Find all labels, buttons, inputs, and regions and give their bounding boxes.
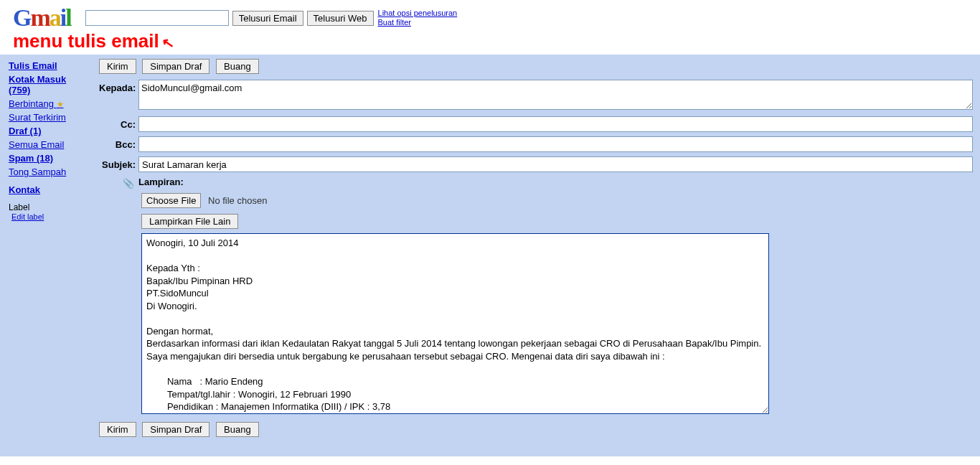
to-input[interactable] <box>138 80 973 110</box>
arrow-icon: ↖ <box>161 33 176 52</box>
cc-label: Cc: <box>99 116 138 130</box>
compose-panel: Kirim Simpan Draf Buang Kepada: Cc: Bcc:… <box>92 55 980 456</box>
choose-file-button[interactable]: Choose File <box>141 193 201 208</box>
link-search-options[interactable]: Lihat opsi penelusuran <box>378 9 458 18</box>
search-input[interactable] <box>85 10 229 26</box>
sidebar-label-heading: Label <box>9 202 85 212</box>
field-attach: 📎 Lampiran: <box>99 177 973 189</box>
save-draft-button-bottom[interactable]: Simpan Draf <box>142 422 209 437</box>
gmail-logo: Gmail <box>13 4 71 32</box>
toolbar-top: Kirim Simpan Draf Buang <box>99 59 973 74</box>
attach-more-button[interactable]: Lampirkan File Lain <box>141 214 238 229</box>
annotation-menu-tulis-email: menu tulis email↖ <box>13 30 174 52</box>
sidebar-all[interactable]: Semua Email <box>9 139 85 150</box>
field-to: Kepada: <box>99 80 973 112</box>
discard-button-bottom[interactable]: Buang <box>216 422 259 437</box>
sidebar-inbox[interactable]: Kotak Masuk (759) <box>9 74 85 95</box>
bcc-input[interactable] <box>138 136 973 152</box>
sidebar-trash[interactable]: Tong Sampah <box>9 166 85 177</box>
search-web-button[interactable]: Telusuri Web <box>307 11 374 26</box>
bcc-label: Bcc: <box>99 136 138 150</box>
send-button-bottom[interactable]: Kirim <box>99 422 136 437</box>
field-bcc: Bcc: <box>99 136 973 152</box>
save-draft-button[interactable]: Simpan Draf <box>142 59 209 74</box>
discard-button[interactable]: Buang <box>216 59 259 74</box>
sidebar: Tulis Email Kotak Masuk (759) Berbintang… <box>0 55 92 456</box>
link-create-filter[interactable]: Buat filter <box>378 18 458 27</box>
field-cc: Cc: <box>99 116 973 132</box>
search-mail-button[interactable]: Telusuri Email <box>232 11 303 26</box>
header: Gmail Telusuri Email Telusuri Web Lihat … <box>0 0 980 33</box>
attach-label: Lampiran: <box>138 177 973 187</box>
star-icon: ★ <box>57 100 64 108</box>
subject-label: Subjek: <box>99 156 138 170</box>
sidebar-drafts[interactable]: Draf (1) <box>9 126 85 136</box>
sidebar-sent[interactable]: Surat Terkirim <box>9 112 85 123</box>
body-area <box>141 233 973 416</box>
to-label: Kepada: <box>99 80 138 93</box>
subject-input[interactable] <box>138 156 973 172</box>
sidebar-compose[interactable]: Tulis Email <box>9 60 85 71</box>
toolbar-bottom: Kirim Simpan Draf Buang <box>99 422 973 437</box>
sidebar-spam[interactable]: Spam (18) <box>9 153 85 164</box>
cc-input[interactable] <box>138 116 973 132</box>
send-button[interactable]: Kirim <box>99 59 136 74</box>
content-container: Tulis Email Kotak Masuk (759) Berbintang… <box>0 55 980 456</box>
no-file-text: No file chosen <box>208 195 267 206</box>
sidebar-contacts[interactable]: Kontak <box>9 184 85 195</box>
sidebar-edit-label[interactable]: Edit label <box>11 212 85 221</box>
body-textarea[interactable] <box>141 233 769 414</box>
paperclip-icon: 📎 <box>123 178 134 189</box>
attach-area: Choose File No file chosen Lampirkan Fil… <box>141 193 973 229</box>
top-links: Lihat opsi penelusuran Buat filter <box>378 9 458 27</box>
sidebar-starred[interactable]: Berbintang ★ <box>9 98 85 109</box>
field-subject: Subjek: <box>99 156 973 172</box>
